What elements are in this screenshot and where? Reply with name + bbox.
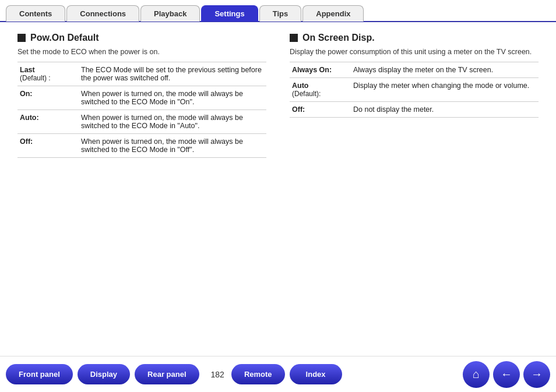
row-value: Display the meter when changing the mode… [351,78,539,102]
bottom-nav: Front panelDisplayRear panel182RemoteInd… [0,356,556,392]
section-icon-right [290,34,298,42]
row-value: Always display the meter on the TV scree… [351,62,539,78]
row-key: On: [20,90,33,98]
table-row: Always On: Always display the meter on t… [290,62,539,78]
tab-appendix[interactable]: Appendix [302,5,364,22]
row-key: Last [20,66,35,74]
tab-settings[interactable]: Settings [201,5,258,22]
left-settings-table: Last (Default) : The ECO Mode will be se… [17,62,266,158]
row-value: When power is turned on, the mode will a… [79,110,266,134]
tab-contents[interactable]: Contents [6,5,65,22]
front-panel-button[interactable]: Front panel [6,364,73,384]
tab-connections[interactable]: Connections [66,5,139,22]
table-row: On: When power is turned on, the mode wi… [17,86,266,110]
row-key: Auto: [20,114,39,122]
right-section-subtitle: Display the power consumption of this un… [290,48,539,56]
table-row: Off: Do not display the meter. [290,102,539,118]
row-value: When power is turned on, the mode will a… [79,86,266,110]
row-value: When power is turned on, the mode will a… [79,134,266,158]
row-key: Always On: [292,66,332,74]
index-button[interactable]: Index [290,364,342,384]
left-section: Pow.On Default Set the mode to ECO when … [17,33,266,158]
table-row: Auto (Default): Display the meter when c… [290,78,539,102]
remote-button[interactable]: Remote [231,364,285,384]
table-row: Auto: When power is turned on, the mode … [17,110,266,134]
row-key-note: (Default): [292,90,321,98]
right-section-title: On Screen Disp. [290,33,539,43]
display-button[interactable]: Display [78,364,130,384]
row-key: Off: [292,105,305,114]
row-value: Do not display the meter. [351,102,539,118]
table-row: Last (Default) : The ECO Mode will be se… [17,62,266,86]
home-icon-button[interactable]: ⌂ [463,361,490,388]
table-row: Off: When power is turned on, the mode w… [17,134,266,158]
tab-tips[interactable]: Tips [259,5,302,22]
right-settings-table: Always On: Always display the meter on t… [290,62,539,118]
tab-playback[interactable]: Playback [140,5,200,22]
page-number: 182 [211,370,224,379]
left-section-title: Pow.On Default [17,33,266,43]
row-key-note: (Default) : [20,74,51,82]
forward-icon-button[interactable]: → [523,361,550,388]
row-value: The ECO Mode will be set to the previous… [79,62,266,86]
rear-panel-button[interactable]: Rear panel [135,364,199,384]
right-section: On Screen Disp. Display the power consum… [290,33,539,158]
back-icon-button[interactable]: ← [493,361,520,388]
section-icon-left [17,34,26,42]
left-section-subtitle: Set the mode to ECO when the power is on… [17,48,266,56]
nav-tabs: ContentsConnectionsPlaybackSettingsTipsA… [0,5,556,22]
main-content: Pow.On Default Set the mode to ECO when … [0,22,556,164]
row-key: Off: [20,137,33,146]
row-key: Auto [292,82,308,90]
